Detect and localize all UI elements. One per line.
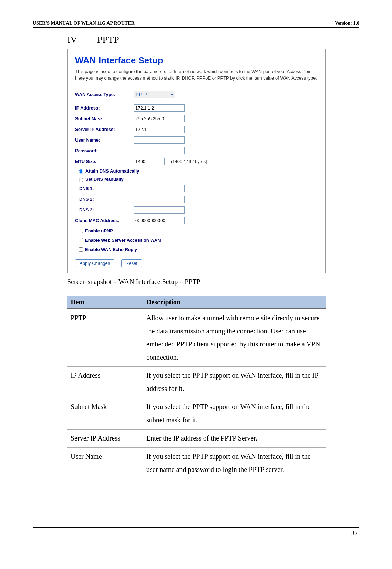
divider — [75, 256, 318, 256]
access-type-select[interactable]: PPTP — [134, 91, 175, 98]
table-header-description: Description — [143, 296, 326, 309]
subnet-mask-input[interactable] — [134, 115, 185, 122]
table-cell-item: IP Address — [67, 366, 143, 398]
table-cell-desc: If you select the PPTP support on WAN in… — [143, 366, 326, 398]
table-header-item: Item — [67, 296, 143, 309]
apply-changes-button[interactable]: Apply Changes — [75, 259, 114, 267]
password-label: Password: — [75, 148, 134, 153]
wan-title: WAN Interface Setup — [75, 55, 318, 66]
table-cell-desc: If you select the PPTP support on WAN in… — [143, 447, 326, 479]
section-heading: IV PPTP — [67, 34, 359, 45]
header-right: Version: 1.0 — [335, 21, 359, 26]
section-roman: IV — [67, 34, 95, 45]
table-row: Subnet Mask If you select the PPTP suppo… — [67, 398, 326, 429]
subnet-mask-label: Subnet Mask: — [75, 116, 134, 121]
server-ip-input[interactable] — [134, 126, 185, 133]
table-row: Server IP Address Enter the IP address o… — [67, 429, 326, 447]
access-type-label: WAN Access Type: — [75, 92, 134, 97]
reset-button[interactable]: Reset — [121, 259, 142, 267]
table-cell-item: Server IP Address — [67, 429, 143, 447]
attain-dns-label: Attain DNS Automatically — [85, 168, 139, 174]
dns3-label: DNS 3: — [79, 207, 134, 213]
table-row: User Name If you select the PPTP support… — [67, 447, 326, 479]
page-number: 32 — [351, 530, 358, 537]
server-ip-label: Server IP Address: — [75, 127, 134, 132]
table-cell-item: User Name — [67, 447, 143, 479]
clone-mac-label: Clone MAC Address: — [75, 218, 134, 223]
dns1-input[interactable] — [134, 185, 185, 192]
table-cell-item: PPTP — [67, 309, 143, 366]
wan-description: This page is used to configure the param… — [75, 69, 318, 82]
webserver-label: Enable Web Server Access on WAN — [85, 238, 161, 243]
mtu-input[interactable] — [134, 158, 165, 165]
table-cell-desc: If you select the PPTP support on WAN in… — [143, 398, 326, 429]
header-left: USER'S MANUAL OF WLAN 11G AP ROUTER — [33, 21, 135, 26]
table-cell-item: Subnet Mask — [67, 398, 143, 429]
user-name-label: User Name: — [75, 137, 134, 143]
table-cell-desc: Enter the IP address of the PPTP Server. — [143, 429, 326, 447]
divider — [75, 85, 318, 85]
ip-address-label: IP Address: — [75, 105, 134, 111]
password-input[interactable] — [134, 147, 185, 154]
section-title: PPTP — [97, 34, 119, 45]
table-cell-desc: Allow user to make a tunnel with remote … — [143, 309, 326, 366]
screenshot-caption: Screen snapshot – WAN Interface Setup – … — [67, 278, 359, 286]
mtu-note: (1400-1492 bytes) — [171, 159, 207, 164]
attain-dns-radio[interactable] — [79, 169, 83, 174]
echo-label: Enable WAN Echo Reply — [85, 247, 137, 252]
table-row: IP Address If you select the PPTP suppor… — [67, 366, 326, 398]
table-row: PPTP Allow user to make a tunnel with re… — [67, 309, 326, 366]
dns2-label: DNS 2: — [79, 197, 134, 202]
description-table: Item Description PPTP Allow user to make… — [67, 296, 326, 479]
ip-address-input[interactable] — [134, 104, 185, 112]
upnp-checkbox[interactable] — [79, 229, 83, 233]
dns1-label: DNS 1: — [79, 186, 134, 191]
upnp-label: Enable uPNP — [85, 228, 113, 234]
wan-setup-screenshot: WAN Interface Setup This page is used to… — [67, 49, 326, 273]
set-dns-radio[interactable] — [79, 178, 83, 182]
dns3-input[interactable] — [134, 206, 185, 214]
clone-mac-input[interactable] — [134, 217, 185, 224]
page-footer: 32 — [33, 527, 359, 537]
page-header: USER'S MANUAL OF WLAN 11G AP ROUTER Vers… — [33, 21, 359, 28]
dns2-input[interactable] — [134, 196, 185, 203]
user-name-input[interactable] — [134, 136, 185, 144]
webserver-checkbox[interactable] — [79, 238, 83, 242]
echo-checkbox[interactable] — [79, 247, 83, 252]
set-dns-label: Set DNS Manually — [85, 177, 124, 182]
mtu-label: MTU Size: — [75, 159, 134, 164]
